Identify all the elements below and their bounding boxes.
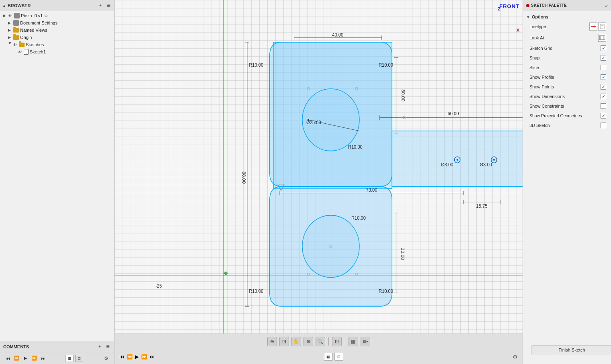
tree-item-sketches[interactable]: ▶ 👁 Sketches <box>0 41 114 48</box>
options-label: Options <box>532 14 549 19</box>
palette-row-show-profile: Show Profile <box>523 72 611 82</box>
timeline-icon-1[interactable]: ▦ <box>66 355 74 362</box>
pb-back[interactable]: ⏪ <box>127 354 133 360</box>
palette-row-show-dimensions: Show Dimensions <box>523 92 611 101</box>
browser-menu-icon[interactable]: ☰ <box>105 2 112 9</box>
playback-icons: ▦ ⊡ <box>66 355 83 362</box>
show-profile-checkbox[interactable] <box>601 74 606 80</box>
look-at-controls <box>598 34 606 42</box>
left-panel: ▲ BROWSER + ☰ ▶ 👁 Pieza_0 v1 ⚙ ▶ Documen… <box>0 0 115 364</box>
browser-arrow-icon[interactable]: ▲ <box>2 4 6 8</box>
play-to-end-btn[interactable]: ⏭ <box>39 355 47 362</box>
sketch-palette-panel: SKETCH PALETTE » ▼ Options Linetype <box>523 0 611 364</box>
options-section-header[interactable]: ▼ Options <box>523 13 611 21</box>
tree-arrow-sketches: ▶ <box>6 42 12 47</box>
play-back-btn[interactable]: ⏪ <box>13 355 20 362</box>
timeline-icon-2[interactable]: ⊡ <box>75 355 83 362</box>
show-constraints-checkbox[interactable] <box>601 103 606 109</box>
show-points-checkbox[interactable] <box>601 84 606 90</box>
settings-icon-pieza[interactable]: ⚙ <box>44 14 48 18</box>
palette-row-3d-sketch: 3D Sketch <box>523 121 611 130</box>
pb-icon-2[interactable]: ⊡ <box>334 353 343 361</box>
3d-sketch-checkbox[interactable] <box>601 123 606 128</box>
pan-btn[interactable]: ✋ <box>291 337 301 346</box>
pb-to-start[interactable]: ⏮ <box>119 354 124 360</box>
eye-icon-sketches[interactable]: 👁 <box>12 42 18 47</box>
finish-sketch-container: Finish Sketch <box>523 339 611 364</box>
svg-text:R10.00: R10.00 <box>249 288 263 294</box>
zoom-btn[interactable]: 🔍 <box>316 337 325 346</box>
sketch-drawing: 40.00 30.00 88.00 60.00 28.00 <box>115 0 523 364</box>
tree-item-doc-settings[interactable]: ▶ Document Settings <box>0 19 114 27</box>
linetype-label: Linetype <box>529 24 546 29</box>
tree-label-sketch1: Sketch1 <box>30 49 46 54</box>
tree-arrow-origin: ▶ <box>6 35 12 40</box>
svg-text:30.00: 30.00 <box>401 89 406 102</box>
play-to-start-btn[interactable]: ⏮ <box>4 355 11 362</box>
palette-row-look-at: Look At <box>523 32 611 43</box>
tree-label-origin: Origin <box>20 35 32 40</box>
tree-item-named-views[interactable]: ▶ Named Views <box>0 27 114 34</box>
finish-sketch-button[interactable]: Finish Sketch <box>531 346 611 354</box>
palette-spacer <box>523 132 611 339</box>
browser-content: ▶ 👁 Pieza_0 v1 ⚙ ▶ Document Settings ▶ N… <box>0 11 114 341</box>
pb-icon-1[interactable]: ▦ <box>324 353 333 361</box>
frame-btn[interactable]: ⊡ <box>279 337 289 346</box>
show-profile-label: Show Profile <box>529 75 554 80</box>
palette-title: SKETCH PALETTE <box>526 3 567 8</box>
browser-add-icon[interactable]: + <box>97 2 104 9</box>
linetype-dashed-icon[interactable] <box>598 22 606 31</box>
pb-to-end[interactable]: ⏭ <box>150 354 154 360</box>
canvas-area[interactable]: FRONT Z X <box>115 0 523 364</box>
pb-play[interactable]: ▶ <box>135 354 139 360</box>
show-dimensions-checkbox[interactable] <box>601 94 606 99</box>
tree-arrow-named-views: ▶ <box>6 27 12 33</box>
svg-text:R10.00: R10.00 <box>379 288 393 294</box>
slice-checkbox[interactable] <box>601 65 606 70</box>
tree-arrow-doc-settings: ▶ <box>6 20 12 26</box>
display-mode-btn[interactable]: ⊡ <box>332 337 342 346</box>
fit-view-btn[interactable]: ⊕ <box>267 337 277 346</box>
play-btn[interactable]: ▶ <box>22 355 29 362</box>
svg-point-5 <box>457 159 458 161</box>
play-forward-btn[interactable]: ⏩ <box>31 355 38 362</box>
browser-header-icons: + ☰ <box>97 2 112 9</box>
doc-icon-pieza <box>14 13 20 18</box>
tree-item-origin[interactable]: ▶ Origin <box>0 34 114 41</box>
svg-text:-25: -25 <box>156 283 162 289</box>
pb-settings-icon[interactable]: ⚙ <box>513 354 518 360</box>
show-points-label: Show Points <box>529 84 554 89</box>
tree-item-pieza[interactable]: ▶ 👁 Pieza_0 v1 ⚙ <box>0 12 114 19</box>
eye-icon-sketch1[interactable]: 👁 <box>17 49 23 55</box>
show-projected-checkbox[interactable] <box>601 113 606 119</box>
grid-btn[interactable]: ▦ <box>349 337 358 346</box>
grid-settings-btn[interactable]: ▦▾ <box>361 337 370 346</box>
linetype-solid-icon[interactable] <box>589 22 597 31</box>
toolbar-sep-2 <box>345 337 345 346</box>
pb-forward[interactable]: ⏩ <box>141 354 147 360</box>
comments-menu-icon[interactable]: ☰ <box>105 344 111 350</box>
svg-point-7 <box>493 159 495 161</box>
show-dimensions-label: Show Dimensions <box>529 94 565 99</box>
eye-icon-pieza[interactable]: 👁 <box>7 13 13 18</box>
svg-rect-60 <box>600 24 604 29</box>
show-projected-label: Show Projected Geometries <box>529 113 582 118</box>
palette-row-sketch-grid: Sketch Grid <box>523 43 611 53</box>
origin-dot <box>224 272 228 275</box>
comments-add-icon[interactable]: + <box>96 344 103 350</box>
palette-row-show-points: Show Points <box>523 82 611 92</box>
sketch-grid-checkbox[interactable] <box>601 45 606 51</box>
orbit-btn[interactable]: ⊕ <box>303 337 313 346</box>
look-at-view-icon[interactable] <box>598 34 606 42</box>
palette-expand-btn[interactable]: » <box>605 3 608 8</box>
palette-dot <box>526 4 529 7</box>
browser-label: BROWSER <box>8 3 31 8</box>
settings-btn[interactable]: ⚙ <box>102 354 110 362</box>
palette-row-show-projected: Show Projected Geometries <box>523 111 611 121</box>
tree-item-sketch1[interactable]: 👁 Sketch1 <box>0 48 114 55</box>
palette-options-section: ▼ Options Linetype Look At <box>523 11 611 132</box>
svg-point-3 <box>302 215 359 278</box>
sketch-doc-icon-sketch1 <box>24 49 29 55</box>
folder-icon-sketches <box>19 43 25 47</box>
snap-checkbox[interactable] <box>601 55 606 61</box>
